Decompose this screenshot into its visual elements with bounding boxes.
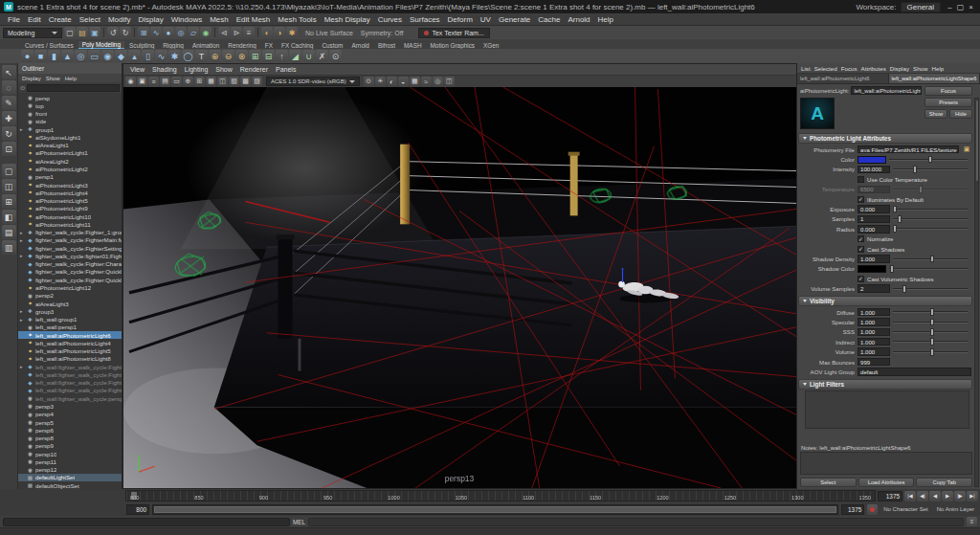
single-pane-layout-icon[interactable]: ▢ — [2, 164, 16, 178]
menu-mesh-tools[interactable]: Mesh Tools — [274, 15, 320, 24]
slider-handle[interactable] — [930, 308, 934, 316]
open-scene-icon[interactable]: ▤ — [77, 27, 88, 38]
scrollbar-thumb[interactable] — [976, 100, 978, 181]
lasso-select-tool-icon[interactable]: ◌ — [2, 80, 16, 95]
checkbox-cast-volumetric-shadows[interactable]: ✓ — [858, 276, 864, 282]
ae-menu-show[interactable]: Show — [913, 65, 927, 72]
playback-end-field[interactable]: 1375 — [841, 504, 864, 515]
slider-handle[interactable] — [930, 328, 934, 336]
outliner-item[interactable]: ▸◆fighter_walk_cycle:FighterMain:Main — [18, 236, 122, 244]
camera-attributes-icon[interactable]: ≡ — [148, 77, 159, 87]
poly-helix-icon[interactable]: ∿ — [155, 50, 167, 62]
value-field[interactable]: 999 — [858, 358, 890, 367]
ae-tab-1[interactable]: left_wall:aiPhotometricLightShape6 — [889, 74, 980, 83]
hide-button[interactable]: Hide — [949, 109, 972, 119]
slider-indirect[interactable] — [893, 338, 971, 346]
outliner-item[interactable]: ✦aiPhotometricLight10 — [18, 212, 122, 220]
slider-shadow-density[interactable] — [893, 255, 971, 263]
go-to-start-button[interactable]: |◀ — [904, 491, 916, 502]
input-connections-icon[interactable]: ⊲ — [218, 27, 230, 38]
depth-of-field-icon[interactable]: ◎ — [433, 77, 443, 87]
close-button[interactable]: × — [966, 2, 976, 12]
shelf-tab-sculpting[interactable]: Sculpting — [125, 42, 158, 49]
boolean-intersection-icon[interactable]: ⊗ — [235, 50, 248, 62]
paint-select-tool-icon[interactable]: ✎ — [2, 96, 16, 110]
select-button[interactable]: Select — [800, 478, 857, 487]
value-field[interactable]: 6500 — [858, 186, 890, 194]
menu-uv[interactable]: UV — [477, 15, 495, 24]
ae-menu-selected[interactable]: Selected — [814, 65, 837, 72]
color-swatch[interactable] — [858, 156, 886, 164]
load-attributes-button[interactable]: Load Attributes — [858, 478, 915, 487]
value-field[interactable]: 1.000 — [858, 318, 890, 326]
slider-volume[interactable] — [893, 347, 971, 356]
light-filters-list[interactable] — [805, 390, 969, 429]
poly-soccer-ball-icon[interactable]: ◯ — [182, 50, 194, 62]
four-pane-layout-icon[interactable]: ⊞ — [2, 194, 16, 209]
node-name-field[interactable]: left_wall:aiPhotometricLightShape6 — [851, 86, 922, 95]
mel-label[interactable]: MEL — [293, 519, 305, 525]
checkbox-cast-shadows[interactable]: ✓ — [858, 246, 864, 253]
outliner-item[interactable]: ✦aiPhotometricLight11 — [18, 220, 122, 228]
outliner-item[interactable]: ◆fighter_walk_cycle:FighterSettings — [18, 244, 122, 252]
outliner-item[interactable]: ◉top — [18, 101, 122, 109]
checkbox-normalize[interactable]: ✓ — [858, 235, 864, 242]
outliner-item[interactable]: ▸◆fighter_walk_cycle:fighter01:Fighter — [18, 252, 122, 259]
outliner-item[interactable]: ✦aiAreaLight3 — [18, 300, 122, 307]
select-tool-icon[interactable]: ↖ — [2, 65, 16, 79]
outliner-item[interactable]: ✦aiPhotometricLight12 — [18, 283, 122, 291]
slider-handle[interactable] — [930, 319, 934, 326]
slider-color[interactable] — [889, 155, 971, 164]
outliner-item[interactable]: ◉persp9 — [18, 442, 122, 450]
expand-arrow-icon[interactable]: ▸ — [20, 317, 25, 323]
isolate-select-icon[interactable]: ⊙ — [364, 77, 374, 87]
shelf-tab-animation[interactable]: Animation — [189, 42, 223, 49]
poly-pyramid-icon[interactable]: ▴ — [128, 50, 141, 62]
bridge-icon[interactable]: ∪ — [302, 50, 315, 62]
outliner-item[interactable]: ▦defaultLightSet — [18, 474, 122, 481]
outliner-item[interactable]: ◉persp12 — [18, 465, 122, 473]
focus-button[interactable]: Focus — [924, 86, 972, 96]
combine-icon[interactable]: ⊞ — [249, 50, 261, 62]
outliner-item[interactable]: ✦left_wall:aiPhotometricLight5 — [18, 347, 122, 355]
anim-layer-selector[interactable]: No Anim Layer — [934, 506, 977, 512]
menu-file[interactable]: File — [4, 15, 24, 24]
play-forwards-button[interactable]: ▶ — [942, 491, 953, 502]
poly-platonic-icon[interactable]: ◆ — [115, 50, 127, 62]
ae-menu-attributes[interactable]: Attributes — [861, 65, 886, 72]
outliner-item[interactable]: ◉side — [18, 118, 122, 125]
outliner-item[interactable]: ◉persp6 — [18, 426, 122, 434]
outliner-item[interactable]: ✦aiPhotometricLight1 — [18, 149, 122, 157]
outliner-item[interactable]: ◉left_wall:persp1 — [18, 323, 122, 331]
menu-windows[interactable]: Windows — [167, 15, 206, 24]
shelf-tab-poly-modeling[interactable]: Poly Modeling — [78, 41, 124, 49]
outliner-item[interactable]: ▸◆left_wall:fighter_walk_cycle:Fighter..… — [18, 363, 122, 370]
minimize-button[interactable]: – — [945, 2, 955, 12]
viewport-menu-renderer[interactable]: Renderer — [237, 66, 271, 73]
shadows-icon[interactable]: ◐ — [387, 77, 397, 87]
slider-handle[interactable] — [919, 186, 923, 193]
outliner-item[interactable]: ▸✚fighter_walk_cycle:Fighter_1:group1 — [18, 229, 122, 236]
slider-shadow-color[interactable] — [889, 264, 971, 273]
menu-create[interactable]: Create — [45, 15, 76, 24]
outliner-item[interactable]: ▸✚group3 — [18, 307, 122, 315]
scene-tab-button[interactable]: Tex Texter Ram... — [418, 28, 489, 38]
ae-menu-help[interactable]: Help — [932, 65, 945, 72]
shelf-tab-xgen[interactable]: XGen — [479, 42, 502, 49]
viewport-scene[interactable]: persp13 — [123, 87, 796, 488]
section-header-light-filters[interactable]: Light Filters — [798, 379, 972, 390]
grid-icon[interactable]: ⊞ — [194, 77, 205, 87]
shelf-tab-fx-caching[interactable]: FX Caching — [278, 42, 317, 49]
snap-to-view-plane-icon[interactable]: ▱ — [188, 27, 199, 38]
menu-modify[interactable]: Modify — [104, 15, 135, 24]
maximize-button[interactable]: ▢ — [955, 2, 966, 12]
move-tool-icon[interactable]: ✚ — [2, 111, 16, 125]
section-header-visibility[interactable]: Visibility — [798, 296, 972, 306]
slider-handle[interactable] — [898, 215, 902, 223]
ae-menu-focus[interactable]: Focus — [841, 65, 858, 72]
slider-exposure[interactable] — [893, 205, 971, 213]
value-field[interactable]: 1 — [858, 215, 890, 224]
value-field[interactable]: 100.000 — [858, 166, 890, 174]
expand-arrow-icon[interactable]: ▸ — [20, 230, 25, 235]
slider-specular[interactable] — [893, 318, 971, 326]
